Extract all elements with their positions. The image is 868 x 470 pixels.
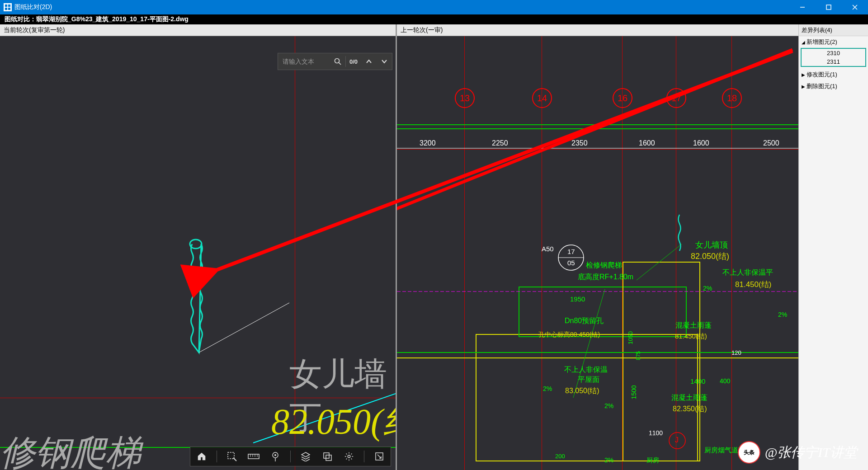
cad-label: J (675, 436, 679, 444)
cad-label: 孔中心标高80.450(结) (538, 331, 600, 339)
chevron-right-icon: ▶ (802, 72, 805, 77)
marker-icon[interactable] (269, 450, 282, 463)
dim-label: 2500 (763, 139, 779, 147)
cad-label: 2% (778, 311, 787, 318)
watermark-text: @张传宁IT讲堂 (765, 443, 857, 462)
breadcrumb: 图纸对比： 翡翠湖别院_G8%23_建筑_2019_10_17-平面图-2.dw… (0, 14, 868, 24)
grid-bubble: 17 (666, 88, 686, 108)
label-ladder: 修钢爬梯 (0, 429, 141, 470)
list-item[interactable]: 2311 (802, 57, 865, 66)
left-pane[interactable]: 当前轮次(复审第一轮) 女儿墙丁 82.050(约 修钢爬梯 (0, 24, 397, 470)
layers-icon[interactable] (299, 450, 312, 463)
sidebar-group-added[interactable]: ◢新增图元(2) (799, 36, 868, 48)
cad-label: 82.350(结) (673, 404, 707, 414)
cad-label: 厨房 (646, 456, 659, 465)
cad-label: 875 (635, 351, 642, 360)
cad-label: 女儿墙顶 (695, 240, 728, 250)
cad-label: 1500 (630, 385, 637, 399)
list-item[interactable]: 2310 (802, 49, 865, 57)
svg-point-12 (335, 59, 339, 63)
cad-label: 400 (720, 377, 730, 385)
svg-rect-19 (519, 287, 686, 337)
watermark-logo: 头条 (738, 441, 760, 464)
right-canvas[interactable]: 13 14 16 17 18 3200 2250 2350 1600 1600 … (397, 36, 868, 470)
search-count: 0/0 (346, 58, 361, 65)
watermark: 头条 @张传宁IT讲堂 (738, 441, 857, 464)
sidebar-group-deleted[interactable]: ▶删除图元(1) (799, 80, 868, 92)
cad-label: 不上人非保温 (564, 365, 608, 375)
search-icon[interactable] (330, 53, 345, 70)
dim-label: 2350 (571, 139, 588, 147)
dim-label: 3200 (420, 139, 436, 147)
dim-label: 2250 (492, 139, 508, 147)
cad-label: 不上人非保温平 (722, 268, 773, 277)
tool-palette (190, 446, 391, 466)
chevron-right-icon: ▶ (802, 84, 805, 89)
cad-label: 17 (567, 248, 575, 255)
subtitle-file: 翡翠湖别院_G8%23_建筑_2019_10_17-平面图-2.dwg (36, 15, 189, 24)
grid-bubble: 16 (613, 88, 632, 108)
right-pane-header: 上一轮次(一审) (397, 24, 868, 36)
home-icon[interactable] (195, 450, 208, 463)
dim-label: 1600 (639, 139, 655, 147)
fullscreen-icon[interactable] (373, 450, 386, 463)
cad-label: A50 (542, 245, 554, 253)
svg-line-17 (397, 50, 793, 276)
sidebar-group-modified[interactable]: ▶修改图元(1) (799, 69, 868, 80)
svg-rect-18 (476, 334, 698, 461)
minimize-button[interactable] (789, 0, 816, 14)
svg-rect-30 (228, 452, 234, 459)
sidebar-title: 差异列表(4) (799, 24, 868, 36)
grid-bubble: 13 (455, 88, 475, 108)
sidebar-selected-box: 2310 2311 (801, 48, 866, 67)
svg-point-42 (348, 455, 350, 458)
right-pane[interactable]: 上一轮次(一审) (397, 24, 868, 470)
svg-line-25 (637, 244, 682, 280)
zoom-window-icon[interactable] (225, 450, 239, 463)
prev-match-icon[interactable] (361, 53, 377, 70)
cad-label: Dn80预留孔 (565, 316, 604, 326)
grid-bubble: 14 (532, 88, 552, 108)
maximize-button[interactable] (816, 0, 842, 14)
svg-rect-2 (5, 8, 7, 10)
svg-rect-41 (326, 455, 331, 461)
cad-label: 81.450(结) (675, 332, 707, 341)
cad-label: 混凝土雨蓬 (671, 393, 708, 403)
cad-label: 1100 (649, 429, 663, 437)
titlebar: 图纸比对(2D) (0, 0, 868, 14)
left-pane-header: 当前轮次(复审第一轮) (0, 24, 396, 36)
app-icon (4, 3, 12, 11)
cad-label: 检修钢爬梯 (586, 261, 622, 270)
cad-label: 2% (604, 456, 613, 464)
cad-label: 底高度RF+1.80m (578, 273, 633, 282)
cad-label: 1950 (570, 295, 585, 303)
close-button[interactable] (842, 0, 868, 14)
settings-icon[interactable] (342, 450, 356, 463)
left-canvas[interactable]: 女儿墙丁 82.050(约 修钢爬梯 0/0 (0, 36, 396, 470)
search-input[interactable] (278, 53, 330, 70)
svg-line-13 (339, 63, 341, 65)
cad-label: 82.050(结) (691, 251, 729, 262)
search-bar: 0/0 (278, 53, 392, 70)
dim-label: 1600 (693, 139, 709, 147)
cad-label: 2% (604, 402, 613, 409)
measure-icon[interactable] (247, 450, 260, 463)
svg-line-31 (233, 458, 236, 461)
chevron-down-icon: ◢ (802, 40, 805, 45)
cad-label: 平屋面 (578, 375, 599, 385)
cad-label: 05 (567, 259, 575, 267)
svg-point-38 (274, 454, 276, 456)
cad-label: 120 (731, 349, 741, 356)
cad-label: 混凝土雨蓬 (675, 321, 712, 330)
cad-label: 81.450(结) (735, 279, 771, 290)
svg-rect-0 (5, 5, 7, 7)
label-elevation: 82.050(约 (271, 398, 397, 446)
svg-line-9 (199, 303, 289, 352)
diff-sidebar: 差异列表(4) ◢新增图元(2) 2310 2311 ▶修改图元(1) ▶删除图… (798, 24, 868, 470)
svg-rect-1 (8, 5, 10, 7)
next-match-icon[interactable] (377, 53, 392, 70)
cad-label: 83.050(结) (565, 386, 599, 396)
cad-label: 1400 (690, 377, 705, 385)
cad-label: 2% (543, 385, 552, 392)
copy-icon[interactable] (321, 450, 334, 463)
